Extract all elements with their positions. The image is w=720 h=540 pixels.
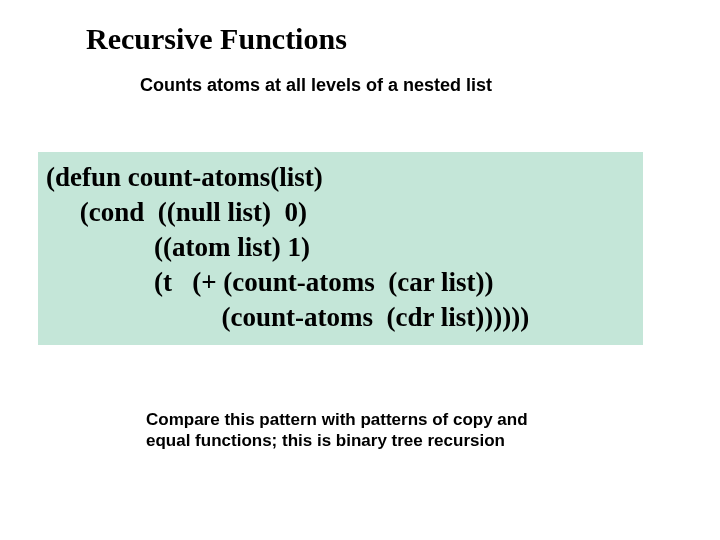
code-line-2: (cond ((null list) 0) [38, 195, 643, 230]
code-line-5: (count-atoms (cdr list)))))) [38, 300, 643, 335]
code-block: (defun count-atoms(list) (cond ((null li… [38, 152, 643, 345]
slide: Recursive Functions Counts atoms at all … [0, 0, 720, 540]
code-line-3: ((atom list) 1) [38, 230, 643, 265]
footer-note: Compare this pattern with patterns of co… [146, 409, 576, 452]
code-line-1: (defun count-atoms(list) [38, 160, 643, 195]
slide-subtitle: Counts atoms at all levels of a nested l… [140, 75, 492, 96]
code-line-4: (t (+ (count-atoms (car list)) [38, 265, 643, 300]
slide-title: Recursive Functions [86, 22, 347, 56]
